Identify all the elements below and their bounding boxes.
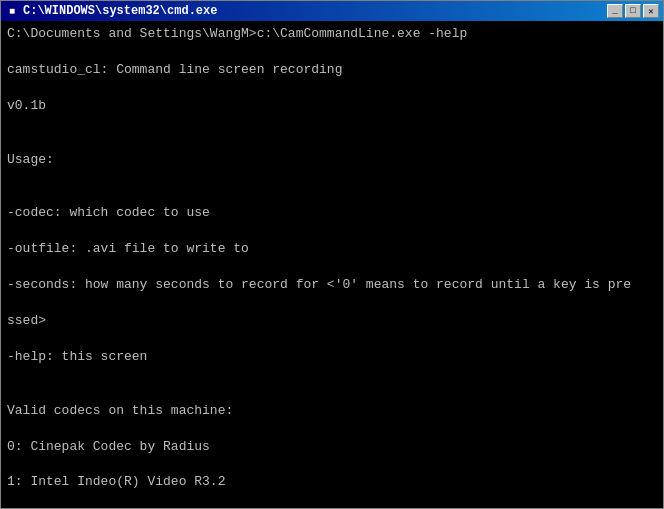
terminal-line: 0: Cinepak Codec by Radius [7, 438, 657, 456]
terminal-line: -help: this screen [7, 348, 657, 366]
terminal-line: -outfile: .avi file to write to [7, 240, 657, 258]
window-title: C:\WINDOWS\system32\cmd.exe [23, 4, 217, 18]
title-bar: ■ C:\WINDOWS\system32\cmd.exe _ □ ✕ [1, 1, 663, 21]
close-button[interactable]: ✕ [643, 4, 659, 18]
minimize-button[interactable]: _ [607, 4, 623, 18]
title-bar-left: ■ C:\WINDOWS\system32\cmd.exe [5, 4, 217, 18]
terminal-line: Valid codecs on this machine: [7, 402, 657, 420]
terminal-line: -codec: which codec to use [7, 204, 657, 222]
terminal-line: 1: Intel Indeo(R) Video R3.2 [7, 473, 657, 491]
cmd-window: ■ C:\WINDOWS\system32\cmd.exe _ □ ✕ C:\D… [0, 0, 664, 509]
cmd-icon: ■ [5, 4, 19, 18]
terminal-line: -seconds: how many seconds to record for… [7, 276, 657, 294]
terminal-line: Usage: [7, 151, 657, 169]
maximize-button[interactable]: □ [625, 4, 641, 18]
terminal-body: C:\Documents and Settings\WangM>c:\CamCo… [1, 21, 663, 508]
title-bar-controls: _ □ ✕ [607, 4, 659, 18]
terminal-line: camstudio_cl: Command line screen record… [7, 61, 657, 79]
terminal-line: C:\Documents and Settings\WangM>c:\CamCo… [7, 25, 657, 43]
terminal-line: ssed> [7, 312, 657, 330]
terminal-line: v0.1b [7, 97, 657, 115]
